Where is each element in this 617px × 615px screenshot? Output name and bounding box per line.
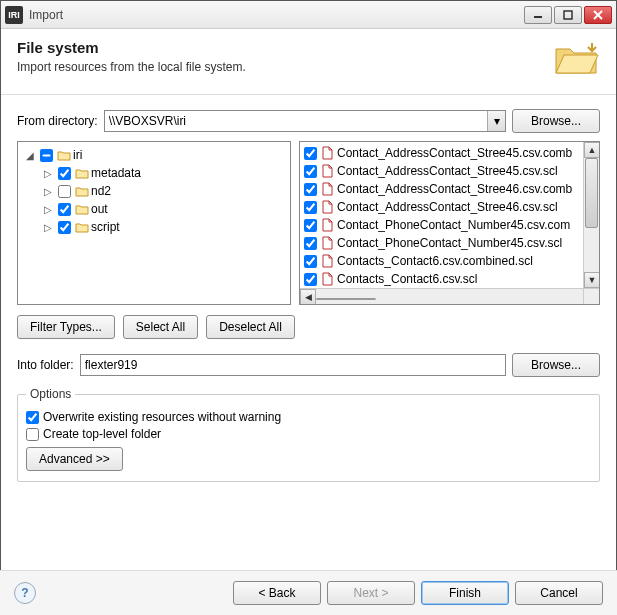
chevron-down-icon[interactable]: ▾ xyxy=(487,111,505,131)
horizontal-scrollbar[interactable]: ◀ ▶ xyxy=(300,288,599,304)
finish-button[interactable]: Finish xyxy=(421,581,509,605)
wizard-header: File system Import resources from the lo… xyxy=(1,29,616,95)
file-checkbox[interactable] xyxy=(304,201,317,214)
from-directory-input[interactable] xyxy=(105,114,487,128)
file-checkbox[interactable] xyxy=(304,183,317,196)
help-button[interactable]: ? xyxy=(14,582,36,604)
scroll-corner xyxy=(583,288,599,304)
tree-label: metadata xyxy=(91,166,141,180)
file-icon xyxy=(320,164,334,178)
file-label: Contacts_Contact6.csv.combined.scl xyxy=(337,254,533,268)
select-all-button[interactable]: Select All xyxy=(123,315,198,339)
tree-label: nd2 xyxy=(91,184,111,198)
back-button[interactable]: < Back xyxy=(233,581,321,605)
file-checkbox[interactable] xyxy=(304,219,317,232)
into-folder-label: Into folder: xyxy=(17,358,74,372)
overwrite-label[interactable]: Overwrite existing resources without war… xyxy=(43,410,281,424)
file-icon xyxy=(320,200,334,214)
file-label: Contact_AddressContact_Stree45.csv.scl xyxy=(337,164,558,178)
file-label: Contact_AddressContact_Stree45.csv.comb xyxy=(337,146,572,160)
file-item[interactable]: Contact_AddressContact_Stree45.csv.comb xyxy=(302,144,599,162)
maximize-button[interactable] xyxy=(554,6,582,24)
tree-item[interactable]: ▷nd2 xyxy=(20,182,288,200)
tree-item[interactable]: ▷out xyxy=(20,200,288,218)
file-icon xyxy=(320,272,334,286)
import-folder-icon xyxy=(552,39,600,82)
next-button: Next > xyxy=(327,581,415,605)
file-icon xyxy=(320,146,334,160)
twisty-collapsed-icon[interactable]: ▷ xyxy=(42,222,54,233)
folder-icon xyxy=(75,221,89,233)
file-item[interactable]: Contacts_Contact6.csv.combined.scl xyxy=(302,252,599,270)
scroll-left-icon[interactable]: ◀ xyxy=(300,289,316,305)
tree-item[interactable]: ▷script xyxy=(20,218,288,236)
file-list-pane[interactable]: Contact_AddressContact_Stree45.csv.combC… xyxy=(299,141,600,305)
twisty-expanded-icon[interactable]: ◢ xyxy=(24,150,36,161)
file-item[interactable]: Contact_AddressContact_Stree46.csv.scl xyxy=(302,198,599,216)
minimize-button[interactable] xyxy=(524,6,552,24)
app-icon: IRI xyxy=(5,6,23,24)
tree-root[interactable]: ◢ iri xyxy=(20,146,288,164)
file-item[interactable]: Contacts_Contact6.csv.scl xyxy=(302,270,599,288)
window-title: Import xyxy=(29,8,524,22)
file-label: Contacts_Contact6.csv.scl xyxy=(337,272,478,286)
folder-icon xyxy=(57,149,71,161)
tree-item[interactable]: ▷metadata xyxy=(20,164,288,182)
tree-checkbox[interactable] xyxy=(58,221,71,234)
tree-label: out xyxy=(91,202,108,216)
twisty-collapsed-icon[interactable]: ▷ xyxy=(42,168,54,179)
svg-rect-1 xyxy=(564,11,572,19)
file-checkbox[interactable] xyxy=(304,273,317,286)
file-item[interactable]: Contact_PhoneContact_Number45.csv.scl xyxy=(302,234,599,252)
overwrite-checkbox[interactable] xyxy=(26,411,39,424)
source-tree-pane[interactable]: ◢ iri ▷metadata▷nd2▷out▷script xyxy=(17,141,291,305)
page-title: File system xyxy=(17,39,552,56)
tree-label: iri xyxy=(73,148,82,162)
file-item[interactable]: Contact_AddressContact_Stree45.csv.scl xyxy=(302,162,599,180)
from-directory-combo[interactable]: ▾ xyxy=(104,110,506,132)
tree-label: script xyxy=(91,220,120,234)
content-area: From directory: ▾ Browse... ◢ iri ▷metad… xyxy=(1,95,616,492)
scroll-down-icon[interactable]: ▼ xyxy=(584,272,600,288)
close-button[interactable] xyxy=(584,6,612,24)
from-directory-label: From directory: xyxy=(17,114,98,128)
options-group: Options Overwrite existing resources wit… xyxy=(17,387,600,482)
folder-icon xyxy=(75,185,89,197)
titlebar: IRI Import xyxy=(1,1,616,29)
folder-icon xyxy=(75,203,89,215)
twisty-collapsed-icon[interactable]: ▷ xyxy=(42,186,54,197)
file-icon xyxy=(320,182,334,196)
file-item[interactable]: Contact_AddressContact_Stree46.csv.comb xyxy=(302,180,599,198)
browse-into-button[interactable]: Browse... xyxy=(512,353,600,377)
browse-from-button[interactable]: Browse... xyxy=(512,109,600,133)
toplevel-checkbox[interactable] xyxy=(26,428,39,441)
deselect-all-button[interactable]: Deselect All xyxy=(206,315,295,339)
toplevel-label[interactable]: Create top-level folder xyxy=(43,427,161,441)
page-subtitle: Import resources from the local file sys… xyxy=(17,60,552,74)
cancel-button[interactable]: Cancel xyxy=(515,581,603,605)
tree-checkbox[interactable] xyxy=(58,185,71,198)
tree-checkbox[interactable] xyxy=(58,203,71,216)
tree-checkbox[interactable] xyxy=(40,149,53,162)
file-checkbox[interactable] xyxy=(304,237,317,250)
file-icon xyxy=(320,254,334,268)
file-label: Contact_PhoneContact_Number45.csv.com xyxy=(337,218,570,232)
scroll-thumb[interactable] xyxy=(316,298,376,300)
file-item[interactable]: Contact_PhoneContact_Number45.csv.com xyxy=(302,216,599,234)
file-checkbox[interactable] xyxy=(304,147,317,160)
vertical-scrollbar[interactable]: ▲ ▼ xyxy=(583,142,599,288)
twisty-collapsed-icon[interactable]: ▷ xyxy=(42,204,54,215)
into-folder-input[interactable] xyxy=(80,354,506,376)
file-icon xyxy=(320,218,334,232)
file-checkbox[interactable] xyxy=(304,255,317,268)
file-checkbox[interactable] xyxy=(304,165,317,178)
file-icon xyxy=(320,236,334,250)
tree-checkbox[interactable] xyxy=(58,167,71,180)
file-label: Contact_PhoneContact_Number45.csv.scl xyxy=(337,236,562,250)
scroll-up-icon[interactable]: ▲ xyxy=(584,142,600,158)
filter-types-button[interactable]: Filter Types... xyxy=(17,315,115,339)
scroll-thumb[interactable] xyxy=(585,158,598,228)
options-legend: Options xyxy=(26,387,75,401)
advanced-button[interactable]: Advanced >> xyxy=(26,447,123,471)
file-label: Contact_AddressContact_Stree46.csv.comb xyxy=(337,182,572,196)
